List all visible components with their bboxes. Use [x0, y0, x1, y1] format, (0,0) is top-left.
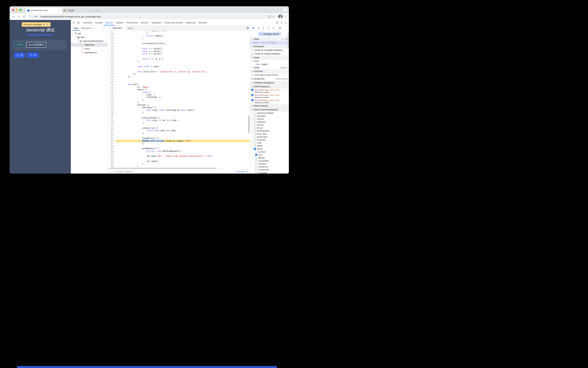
code-text[interactable]: [115, 135, 250, 137]
listener-category-ad-auction-worklet[interactable]: ▸Ad Auction Worklet: [250, 111, 289, 114]
address-bar[interactable]: i File /Users/eve/Desktop/CS/Frontend/ch…: [28, 14, 276, 19]
checkbox[interactable]: [255, 151, 257, 153]
call-stack-frame[interactable]: ▶ changeColor index.html:256: [250, 77, 289, 81]
scrollbar-thumb[interactable]: [109, 168, 217, 169]
line-number[interactable]: 219: [108, 45, 115, 47]
listener-category-mouse[interactable]: ▾Mouse: [250, 147, 289, 150]
code-text[interactable]: const g = value();: [115, 50, 250, 53]
code-text[interactable]: [115, 114, 250, 117]
checkbox[interactable]: [254, 133, 256, 135]
line-number[interactable]: 264: [108, 160, 115, 163]
line-number[interactable]: 217: [108, 40, 115, 42]
coverage-link[interactable]: Coverage: n/a: [236, 170, 248, 173]
checkbox[interactable]: [255, 169, 257, 171]
tree-item-top[interactable]: ▾top: [71, 32, 107, 35]
line-number[interactable]: 233: [108, 81, 115, 83]
devtools-tab-recorder[interactable]: Recorder: [197, 20, 209, 25]
chevron-expanded-icon[interactable]: ▾: [251, 148, 253, 150]
checkbox[interactable]: [254, 127, 256, 129]
code-text[interactable]: const r = value();: [115, 47, 250, 50]
pretty-print-icon[interactable]: [110, 170, 113, 173]
checkbox[interactable]: [255, 160, 257, 162]
sidebar-scrollbar[interactable]: [288, 33, 289, 48]
chevron-expanded-icon[interactable]: ▾: [251, 46, 253, 47]
event-listener-breakpoints-section-header[interactable]: ▾ Event Listener Breakpoints: [250, 108, 289, 111]
navigator-tab-page[interactable]: Page: [72, 26, 80, 31]
zoom-window-button[interactable]: [19, 9, 22, 11]
line-number[interactable]: 255: [108, 137, 115, 139]
code-text[interactable]: },: [115, 132, 250, 135]
chevron-expanded-icon[interactable]: ▾: [251, 86, 253, 87]
listener-category-geolocation[interactable]: ▸Geolocation: [250, 135, 289, 138]
call-stack-section-header[interactable]: ▾ Call Stack: [250, 69, 289, 73]
tab-close-icon[interactable]: ×: [91, 9, 94, 12]
checkbox[interactable]: [254, 112, 256, 114]
code-text[interactable]: const b = value();: [115, 53, 250, 55]
chevron-expanded-icon[interactable]: ▾: [251, 109, 253, 110]
code-text[interactable]: }: [115, 60, 250, 63]
devtools-tab-elements[interactable]: Elements: [82, 20, 94, 25]
chevron-collapsed-icon[interactable]: ▸: [251, 121, 253, 123]
code-text[interactable]: };: [115, 99, 250, 101]
code-text[interactable]: return {: [115, 91, 250, 93]
line-number[interactable]: 251: [108, 127, 115, 129]
code-text[interactable]: },: [115, 111, 250, 114]
listener-category-load[interactable]: ▸Load: [250, 141, 289, 144]
chevron-collapsed-icon[interactable]: ▸: [254, 64, 256, 65]
checkbox[interactable]: [254, 121, 256, 123]
checkbox[interactable]: [254, 130, 256, 132]
listener-category-device[interactable]: ▸Device: [250, 126, 289, 129]
line-number[interactable]: 215: [108, 35, 115, 37]
code-text[interactable]: const color = rgb();: [115, 65, 250, 68]
line-number[interactable]: 261: [108, 152, 115, 155]
code-text[interactable]: [115, 124, 250, 127]
checkbox-checked[interactable]: [251, 99, 254, 101]
line-number[interactable]: 232: [108, 78, 115, 81]
code-editor[interactable]: 213 someStr += 1;214 }215 return someStr…: [108, 31, 250, 167]
profile-avatar[interactable]: [278, 14, 282, 19]
checkbox-checked[interactable]: [251, 89, 254, 91]
chevron-collapsed-icon[interactable]: ▸: [251, 127, 253, 129]
chevron-expanded-icon[interactable]: ▾: [251, 60, 253, 62]
change-color-in-vue-button[interactable]: 在Vue里变颜色: [26, 42, 46, 48]
change-color-button[interactable]: 变颜色: [14, 42, 25, 47]
listener-event-auxclick[interactable]: auxclick: [250, 150, 289, 153]
checkbox[interactable]: [251, 74, 254, 76]
line-number[interactable]: 253: [108, 132, 115, 135]
devtools-tab-network[interactable]: Network: [114, 20, 125, 25]
listener-event-click[interactable]: click: [250, 153, 289, 156]
dom-breakpoint-item[interactable]: button#change-color-btnAttribute modifie…: [250, 93, 289, 99]
listener-event-dblclick[interactable]: dblclick: [250, 156, 289, 159]
devtools-tab-sources[interactable]: Sources: [104, 20, 114, 25]
listener-category-keyboard[interactable]: ▸Keyboard: [250, 138, 289, 141]
code-text[interactable]: el: "#app",: [115, 86, 250, 88]
chevron-collapsed-icon[interactable]: ▸: [251, 112, 253, 114]
code-text[interactable]: changeColor() {: [115, 137, 250, 139]
add-watch-icon[interactable]: +: [282, 38, 284, 40]
checkbox[interactable]: [254, 142, 256, 144]
line-number[interactable]: 247: [108, 117, 115, 119]
checkbox[interactable]: [254, 139, 256, 141]
line-number[interactable]: 218: [108, 42, 115, 45]
checkbox[interactable]: [255, 172, 257, 174]
next-section-button[interactable]: 下一节: [27, 53, 39, 58]
step-icon[interactable]: [272, 27, 275, 29]
code-text[interactable]: }: [115, 32, 250, 35]
code-text[interactable]: xhr.open('GET', 'https://api.github.com/…: [115, 155, 250, 157]
line-number[interactable]: 237: [108, 91, 115, 93]
pause-uncaught-row[interactable]: Pause on uncaught exceptions: [250, 48, 289, 52]
show-ignore-listed-row[interactable]: Show ignore-listed frames: [250, 73, 289, 77]
line-number[interactable]: 216: [108, 37, 115, 40]
watch-section-header[interactable]: ▾ Watch +: [250, 37, 289, 41]
page-info-icon[interactable]: i: [31, 16, 34, 18]
line-number[interactable]: 230: [108, 73, 115, 75]
code-text[interactable]: },: [115, 101, 250, 104]
line-number[interactable]: 229: [108, 71, 115, 73]
chevron-collapsed-icon[interactable]: ▸: [251, 82, 253, 84]
chevron-collapsed-icon[interactable]: ▸: [251, 136, 253, 138]
scope-this-row[interactable]: ▸ this: Vue$3: [250, 63, 289, 66]
resume-script-icon[interactable]: [252, 27, 255, 29]
code-text[interactable]: nextStep() {: [115, 106, 250, 109]
pause-caught-row[interactable]: Pause on caught exceptions: [250, 52, 289, 55]
devtools-tab-console[interactable]: Console: [94, 20, 104, 25]
